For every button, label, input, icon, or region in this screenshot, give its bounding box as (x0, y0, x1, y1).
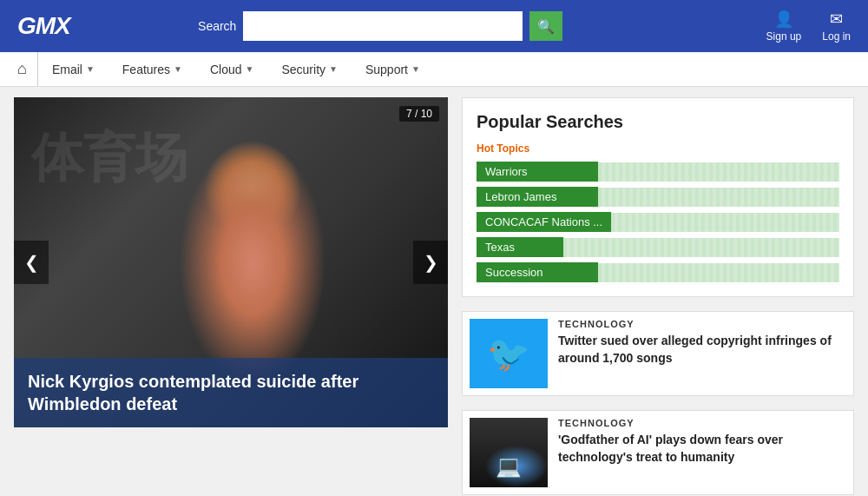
main-content: 7 / 10 ❮ ❯ Nick Kyrgios contemplated sui… (0, 87, 868, 496)
list-item[interactable]: Succession (477, 262, 839, 282)
chevron-down-icon: ▼ (329, 64, 338, 74)
list-item[interactable]: Lebron James (477, 187, 839, 207)
twitter-icon: 🐦 (487, 334, 530, 374)
slide-next-button[interactable]: ❯ (413, 241, 448, 284)
news-category: TECHNOLOGY (558, 418, 846, 428)
news-thumbnail-twitter: 🐦 (470, 319, 548, 388)
nav-item-cloud[interactable]: Cloud ▼ (196, 52, 268, 86)
nav-email-label: Email (52, 63, 82, 76)
news-content: TECHNOLOGY Twitter sued over alleged cop… (558, 319, 846, 388)
search-bar-track (563, 238, 839, 257)
search-topic-lebron: Lebron James (477, 187, 598, 207)
news-item-twitter[interactable]: 🐦 TECHNOLOGY Twitter sued over alleged c… (462, 311, 854, 396)
nav-item-email[interactable]: Email ▼ (38, 52, 108, 86)
slide-caption: Nick Kyrgios contemplated suicide after … (14, 358, 448, 427)
search-button[interactable]: 🔍 (529, 11, 562, 41)
slide-counter: 7 / 10 (399, 106, 439, 122)
search-bar-track (598, 263, 839, 282)
nav-item-support[interactable]: Support ▼ (352, 52, 434, 86)
search-label: Search (198, 19, 236, 33)
slideshow: 7 / 10 ❮ ❯ Nick Kyrgios contemplated sui… (14, 97, 448, 427)
nav-features-label: Features (122, 63, 170, 76)
news-category: TECHNOLOGY (558, 319, 846, 329)
search-bar-track (598, 162, 839, 182)
gmx-logo: GMX (17, 12, 70, 40)
chevron-down-icon: ▼ (246, 64, 254, 74)
chevron-down-icon: ▼ (86, 64, 95, 74)
chevron-down-icon: ▼ (411, 64, 420, 74)
search-input[interactable] (243, 11, 523, 41)
nav-support-label: Support (365, 63, 408, 76)
search-bar-track (611, 213, 839, 232)
news-headline: Twitter sued over alleged copyright infr… (558, 333, 846, 367)
home-nav-button[interactable]: ⌂ (14, 52, 38, 86)
login-button[interactable]: ✉ Log in (822, 10, 851, 43)
list-item[interactable]: CONCACAF Nations ... (477, 212, 839, 232)
search-container: Search 🔍 (198, 11, 562, 41)
hot-topics-label: Hot Topics (477, 142, 839, 155)
main-nav: ⌂ Email ▼ Features ▼ Cloud ▼ Security ▼ … (0, 52, 868, 87)
news-item-ai[interactable]: TECHNOLOGY 'Godfather of AI' plays down … (462, 410, 854, 495)
search-topic-concacaf: CONCACAF Nations ... (477, 212, 611, 232)
nav-item-features[interactable]: Features ▼ (108, 52, 196, 86)
signup-button[interactable]: 👤 Sign up (766, 10, 802, 43)
sidebar: Popular Searches Hot Topics Warriors Leb… (448, 97, 854, 495)
signup-label: Sign up (766, 30, 802, 43)
search-topic-succession: Succession (477, 262, 598, 282)
search-bar-track (598, 188, 839, 207)
mail-icon: ✉ (830, 10, 843, 29)
news-thumbnail-ai (470, 418, 548, 487)
popular-searches-widget: Popular Searches Hot Topics Warriors Leb… (462, 97, 854, 297)
nav-cloud-label: Cloud (210, 63, 242, 76)
news-headline: 'Godfather of AI' plays down fears over … (558, 432, 846, 466)
popular-searches-title: Popular Searches (477, 112, 839, 132)
search-topic-warriors: Warriors (477, 162, 598, 182)
login-label: Log in (822, 30, 851, 43)
user-icon: 👤 (774, 10, 793, 29)
nav-security-label: Security (281, 63, 326, 76)
header: GMX Search 🔍 👤 Sign up ✉ Log in (0, 0, 868, 52)
search-bars-list: Warriors Lebron James CONCACAF Nations .… (477, 162, 839, 282)
news-content: TECHNOLOGY 'Godfather of AI' plays down … (558, 418, 846, 487)
header-right: 👤 Sign up ✉ Log in (766, 10, 851, 43)
slide-prev-button[interactable]: ❮ (14, 241, 49, 284)
list-item[interactable]: Warriors (477, 162, 839, 182)
nav-item-security[interactable]: Security ▼ (267, 52, 351, 86)
search-icon: 🔍 (537, 18, 555, 35)
search-topic-texas: Texas (477, 237, 563, 257)
chevron-down-icon: ▼ (174, 64, 182, 74)
list-item[interactable]: Texas (477, 237, 839, 257)
